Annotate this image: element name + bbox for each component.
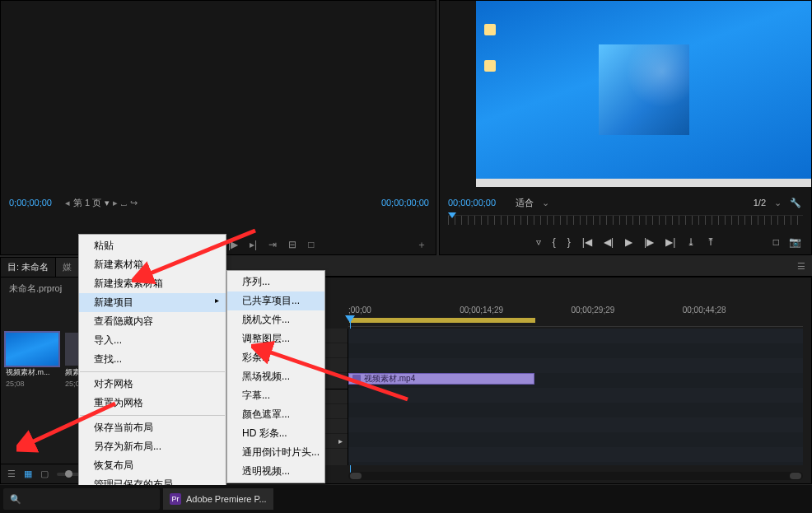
source-settings-icon[interactable]: ↪	[130, 198, 138, 208]
taskbar-search[interactable]: 🔍	[3, 488, 160, 510]
menu-item[interactable]: 新建搜索素材箱	[79, 274, 226, 293]
search-icon: 🔍	[10, 494, 21, 505]
source-controls: 0;00;00;00 ◂ 第 1 页 ▾ ▸ ⎵ ↪ 00;00;00;00	[1, 192, 437, 213]
marker-icon[interactable]: ▿	[536, 236, 541, 248]
add-button-icon[interactable]: ＋	[417, 238, 427, 252]
menu-item[interactable]: 重置为网格	[79, 394, 226, 413]
menu-item[interactable]: 已共享项目...	[227, 291, 324, 310]
desktop-icon	[484, 24, 496, 35]
ruler-tick: 00;00;44;28	[683, 305, 726, 315]
tab-project[interactable]: 目: 未命名	[1, 258, 56, 277]
freeform-view-icon[interactable]: ▢	[40, 469, 49, 479]
timeline-clip[interactable]: 视频素材.mp4	[348, 373, 534, 385]
project-item[interactable]: 视频素材.m... 25;08	[6, 333, 58, 388]
desktop-icon	[484, 60, 496, 72]
program-tc: 00;00;00;00	[440, 198, 504, 208]
play-icon[interactable]: ▶	[625, 236, 632, 248]
menu-item[interactable]: 彩条...	[227, 348, 324, 367]
menu-item[interactable]: 导入...	[79, 331, 226, 350]
panel-menu-icon[interactable]: ☰	[791, 261, 812, 272]
zoom-dropdown[interactable]: 1/2 ⌄ 🔧	[754, 198, 811, 208]
menu-item[interactable]: 黑场视频...	[227, 367, 324, 386]
context-menu-main[interactable]: 粘贴新建素材箱新建搜索素材箱新建项目查看隐藏内容导入...查找...对齐网格重置…	[78, 234, 226, 513]
menu-item[interactable]: 保存当前布局	[79, 418, 226, 437]
page-next-icon[interactable]: ▸	[113, 198, 118, 208]
scroll-thumb-right[interactable]	[790, 473, 801, 479]
overwrite-icon[interactable]: ⊟	[288, 239, 296, 250]
chevron-down-icon[interactable]: ⌄	[542, 198, 549, 208]
source-tc-left: 0;00;00;00	[1, 198, 60, 208]
clip-fx-icon	[352, 375, 361, 383]
zoom-label: 1/2	[754, 198, 766, 208]
step-fwd-icon[interactable]: |▶	[644, 236, 654, 248]
menu-item[interactable]: 通用倒计时片头...	[227, 443, 324, 462]
program-controls: 00;00;00;00 适合 ⌄ 1/2 ⌄ 🔧	[440, 192, 811, 213]
item-name: 视频素材.m...	[6, 367, 58, 378]
timeline-ruler[interactable]: ;00;0000;00;14;2900;00;29;2900;00;44;28	[348, 305, 803, 327]
ruler-tick: 00;00;14;29	[460, 305, 503, 315]
menu-item[interactable]: 新建项目	[79, 293, 226, 312]
page-dropdown-icon[interactable]: ▾	[105, 198, 110, 208]
taskbar-app-premiere[interactable]: Pr Adobe Premiere P...	[163, 488, 273, 510]
program-settings-icon[interactable]: 🔧	[790, 198, 801, 208]
source-tc-right: 00;00;00;00	[373, 198, 437, 208]
fit-dropdown[interactable]: 适合 ⌄	[516, 197, 549, 209]
step-back-icon[interactable]: ◀|	[604, 236, 614, 248]
ruler-tick: ;00;00	[348, 305, 371, 315]
app-name: Adobe Premiere P...	[186, 494, 267, 504]
work-area-bar[interactable]	[349, 318, 535, 323]
mark-in-icon[interactable]: {	[553, 236, 556, 248]
bracket-icon[interactable]: ⎵	[121, 198, 127, 208]
timeline-scrollbar[interactable]	[348, 472, 803, 480]
menu-item[interactable]: 脱机文件...	[227, 310, 324, 329]
menu-item[interactable]: 对齐网格	[79, 375, 226, 394]
mark-out-icon[interactable]: }	[567, 236, 571, 248]
page-label: 第 1 页	[73, 197, 101, 209]
context-menu-sub[interactable]: 序列...已共享项目...脱机文件...调整图层...彩条...黑场视频...字…	[226, 270, 325, 483]
menu-item[interactable]: 查看隐藏内容	[79, 312, 226, 331]
menu-item[interactable]: 粘贴	[79, 236, 226, 255]
windows-taskbar: 🔍 Pr Adobe Premiere P...	[0, 485, 812, 513]
go-out-icon[interactable]: ▸|	[250, 239, 257, 250]
menu-item[interactable]: 另存为新布局...	[79, 437, 226, 456]
list-view-icon[interactable]: ☰	[7, 469, 16, 479]
source-monitor: 0;00;00;00 ◂ 第 1 页 ▾ ▸ ⎵ ↪ 00;00;00;00	[0, 0, 436, 255]
program-preview	[476, 1, 811, 187]
menu-item[interactable]: 新建素材箱	[79, 255, 226, 274]
export-frame-icon[interactable]: □	[773, 236, 779, 248]
thumbnail	[6, 333, 58, 366]
menu-item[interactable]: 恢复布局	[79, 456, 226, 475]
program-ruler[interactable]	[448, 215, 803, 225]
chevron-right-icon[interactable]: ▸	[338, 436, 343, 445]
insert-icon[interactable]: ⇥	[268, 239, 277, 250]
go-start-icon[interactable]: |◀	[582, 236, 592, 248]
lift-icon[interactable]: ⤓	[687, 236, 695, 248]
item-duration: 25;08	[6, 380, 58, 388]
fit-label: 适合	[516, 197, 534, 209]
menu-item[interactable]: 调整图层...	[227, 329, 324, 348]
premiere-icon: Pr	[170, 493, 181, 505]
menu-item[interactable]: HD 彩条...	[227, 424, 324, 443]
step-fwd-icon[interactable]: |▶	[228, 239, 238, 250]
playhead-icon[interactable]	[448, 212, 456, 218]
export-frame-icon[interactable]: □	[308, 239, 314, 250]
source-page-selector[interactable]: ◂ 第 1 页 ▾ ▸ ⎵ ↪	[60, 197, 142, 209]
menu-item[interactable]: 透明视频...	[227, 462, 324, 481]
program-monitor: 00;00;00;00 适合 ⌄ 1/2 ⌄ 🔧 ▿ { } |◀ ◀| ▶ |…	[439, 0, 812, 255]
ruler-tick: 00;00;29;29	[571, 305, 614, 315]
menu-item[interactable]: 颜色遮罩...	[227, 405, 324, 424]
camera-icon[interactable]: 📷	[789, 236, 801, 248]
menu-item[interactable]: 字幕...	[227, 386, 324, 405]
icon-view-icon[interactable]: ▦	[24, 469, 32, 479]
clip-name: 视频素材.mp4	[364, 373, 415, 385]
page-prev-icon[interactable]: ◂	[65, 198, 70, 208]
menu-item[interactable]: 序列...	[227, 273, 324, 291]
tab-media[interactable]: 媒	[56, 258, 79, 277]
go-end-icon[interactable]: ▶|	[665, 236, 675, 248]
scroll-thumb-left[interactable]	[350, 473, 362, 479]
program-toolbar: ▿ { } |◀ ◀| ▶ |▶ ▶| ⤓ ⤒ □ 📷	[440, 233, 811, 251]
extract-icon[interactable]: ⤒	[707, 236, 715, 248]
menu-item[interactable]: 查找...	[79, 350, 226, 369]
chevron-down-icon[interactable]: ⌄	[774, 198, 782, 208]
track-body[interactable]: 视频素材.mp4	[348, 329, 803, 465]
